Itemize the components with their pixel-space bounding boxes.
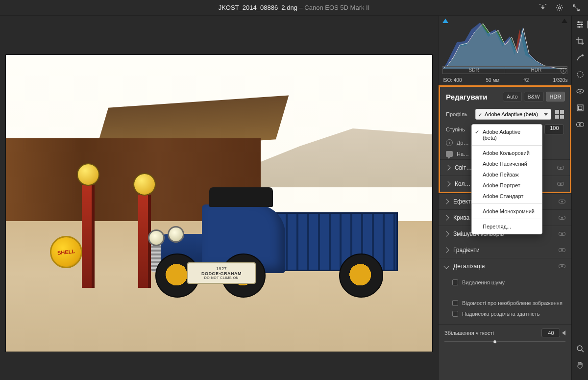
svg-point-2: [581, 24, 583, 25]
menu-item[interactable]: Adobe Кольоровий: [472, 148, 542, 158]
profile-value: Adobe Adaptive (beta): [485, 111, 538, 117]
svg-point-12: [577, 346, 582, 351]
amount-value[interactable]: 100: [544, 125, 564, 134]
info-label: До…: [457, 140, 469, 146]
profile-label: Профіль: [446, 111, 471, 117]
camera-model: Canon EOS 5D Mark II: [304, 4, 369, 11]
svg-point-5: [577, 72, 583, 77]
gas-pump: [82, 185, 95, 288]
photo-preview: 1927 DODGE·GRAHAM DO NOT CLIMB ON: [6, 55, 432, 352]
histogram[interactable]: SDR HDR i ISO: 400 50 мм f/2 1/320s: [439, 16, 571, 85]
mask-icon[interactable]: [575, 70, 585, 79]
menu-item[interactable]: Adobe Портрет: [472, 180, 542, 191]
svg-rect-9: [578, 106, 582, 110]
svg-point-3: [578, 26, 580, 28]
svg-point-7: [579, 90, 581, 92]
aperture-value: f/2: [523, 77, 529, 83]
reset-icon[interactable]: [562, 330, 565, 335]
shell-sign: [49, 234, 84, 270]
eye-icon[interactable]: [557, 182, 564, 186]
versions-icon[interactable]: [575, 120, 585, 129]
edit-panel: SDR HDR i ISO: 400 50 мм f/2 1/320s Реда…: [438, 16, 571, 380]
chevron-down-icon: [443, 263, 449, 269]
right-toolbar: [571, 16, 588, 380]
hdr-label: HDR: [505, 67, 567, 74]
svg-point-4: [582, 54, 584, 56]
noise-label: Видалення шуму: [462, 279, 505, 285]
chevron-right-icon: [445, 181, 450, 186]
auto-button[interactable]: Auto: [503, 92, 522, 101]
exif-row: ISO: 400 50 мм f/2 1/320s: [442, 77, 567, 83]
presets-icon[interactable]: [575, 103, 585, 113]
hand-icon[interactable]: [575, 360, 585, 370]
chevron-right-icon: [445, 165, 450, 170]
eye-icon[interactable]: [559, 264, 565, 268]
eye-icon[interactable]: [559, 232, 565, 236]
noise-checkbox[interactable]: [452, 279, 458, 285]
clarity-label: Збільшення чіткості: [444, 330, 494, 336]
chevron-right-icon: [443, 231, 449, 236]
edit-highlighted-section: Редагувати Auto B&W HDR Профіль Adobe Ad…: [439, 85, 571, 193]
crop-icon[interactable]: [575, 36, 585, 46]
info-icon[interactable]: i: [446, 139, 453, 146]
file-name: JKOST_2014_08886_2.dng: [219, 4, 297, 11]
document-title: JKOST_2014_08886_2.dng – Canon EOS 5D Ma…: [219, 4, 370, 11]
raw-info-label: Відомості про необроблене зображення: [462, 300, 563, 306]
vintage-truck: 1927 DODGE·GRAHAM DO NOT CLIMB ON: [153, 200, 398, 293]
canvas-area[interactable]: 1927 DODGE·GRAHAM DO NOT CLIMB ON: [0, 16, 438, 380]
sdr-hdr-toggle[interactable]: SDR HDR: [442, 66, 567, 74]
profile-select[interactable]: Adobe Adaptive (beta): [475, 109, 551, 120]
chevron-right-icon: [443, 247, 449, 253]
edit-heading: Редагувати: [446, 93, 487, 101]
gear-icon[interactable]: [555, 3, 564, 13]
svg-rect-8: [577, 105, 583, 111]
profile-menu: Adobe Adaptive (beta) Adobe Кольоровий A…: [471, 124, 542, 234]
eye-icon[interactable]: [559, 248, 565, 252]
amount-label: Ступінь: [446, 127, 471, 132]
chevron-right-icon: [443, 199, 449, 204]
super-res-label: Надвисока роздільна здатність: [462, 311, 540, 317]
eye-icon[interactable]: [557, 166, 564, 170]
sdr-label: SDR: [443, 67, 505, 74]
export-icon[interactable]: [538, 3, 548, 13]
bw-button[interactable]: B&W: [524, 92, 544, 101]
profile-browser-icon[interactable]: [555, 110, 564, 119]
redeye-icon[interactable]: [575, 86, 585, 96]
clarity-slider[interactable]: [444, 339, 565, 344]
menu-item-browse[interactable]: Перегляд...: [472, 221, 542, 232]
menu-item[interactable]: Adobe Пейзаж: [472, 169, 542, 180]
title-bar: JKOST_2014_08886_2.dng – Canon EOS 5D Ma…: [0, 0, 588, 16]
accordion-detail[interactable]: Деталізація: [439, 258, 571, 274]
hdr-button[interactable]: HDR: [546, 92, 565, 101]
menu-item[interactable]: Adobe Насичений: [472, 158, 542, 169]
comment-label: На…: [457, 151, 469, 157]
license-plate: 1927 DODGE·GRAHAM DO NOT CLIMB ON: [187, 262, 256, 284]
menu-item[interactable]: Adobe Стандарт: [472, 191, 542, 202]
raw-info-checkbox[interactable]: [452, 300, 458, 306]
iso-value: ISO: 400: [442, 77, 462, 83]
fullscreen-icon[interactable]: [571, 3, 581, 13]
chevron-right-icon: [443, 215, 449, 220]
focal-value: 50 мм: [486, 77, 500, 83]
edit-sliders-icon[interactable]: [575, 20, 585, 29]
menu-item[interactable]: Adobe Adaptive (beta): [472, 127, 542, 143]
eye-icon[interactable]: [559, 216, 565, 220]
menu-item[interactable]: Adobe Монохромний: [472, 206, 542, 217]
zoom-icon[interactable]: [575, 344, 585, 354]
svg-point-11: [579, 123, 584, 127]
clarity-value[interactable]: 40: [541, 329, 560, 337]
shutter-value: 1/320s: [553, 77, 567, 83]
svg-point-0: [559, 6, 561, 8]
accordion-gradients[interactable]: Градієнти: [439, 242, 571, 258]
svg-point-1: [578, 21, 580, 23]
comment-icon[interactable]: [446, 151, 453, 157]
healing-icon[interactable]: [575, 53, 585, 63]
super-res-checkbox[interactable]: [452, 311, 458, 317]
eye-icon[interactable]: [559, 200, 565, 203]
